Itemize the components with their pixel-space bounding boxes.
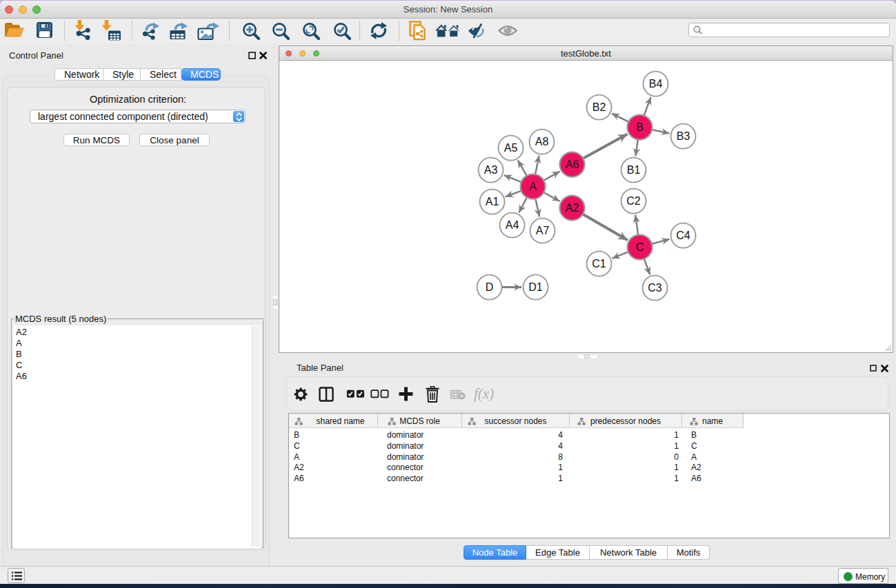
svg-text:B4: B4 [649, 78, 663, 90]
svg-text:B1: B1 [627, 164, 641, 176]
svg-text:A1: A1 [486, 196, 499, 207]
svg-text:B3: B3 [677, 130, 690, 142]
svg-text:C2: C2 [626, 195, 641, 207]
svg-text:A2: A2 [566, 202, 579, 214]
svg-text:A6: A6 [566, 159, 579, 170]
svg-text:A5: A5 [504, 142, 518, 154]
svg-text:A3: A3 [484, 164, 498, 176]
svg-text:A4: A4 [506, 219, 519, 231]
svg-text:C3: C3 [648, 282, 662, 294]
svg-text:C1: C1 [592, 258, 606, 270]
svg-text:C: C [636, 241, 644, 253]
svg-text:D1: D1 [528, 281, 543, 293]
svg-text:A: A [529, 181, 537, 192]
svg-text:C4: C4 [676, 230, 690, 241]
svg-text:D: D [486, 281, 494, 293]
svg-text:A8: A8 [535, 136, 549, 148]
svg-text:B2: B2 [593, 101, 606, 113]
svg-text:A7: A7 [536, 225, 550, 236]
svg-text:B: B [636, 121, 644, 133]
